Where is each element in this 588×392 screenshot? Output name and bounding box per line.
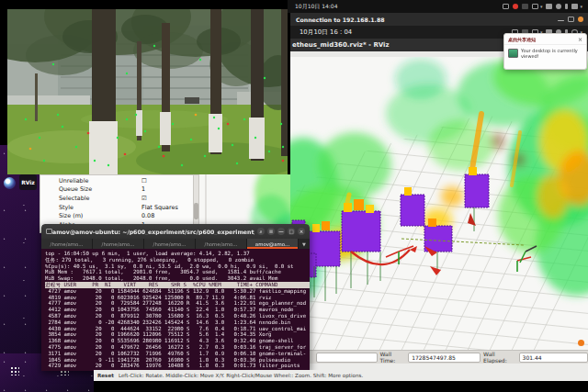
top-summary-line: 任务: 279 total, 3 running, 276 sleeping, … xyxy=(45,257,310,263)
notification-title: 桌面共享通知 xyxy=(508,37,536,42)
chevron-down-icon: ▾ xyxy=(540,4,543,9)
process-table-header: 进程号 USER PR NI VIRT RES SHR S %CPU %MEM … xyxy=(45,282,310,288)
terminal-tab[interactable]: /home/amo... xyxy=(41,239,93,249)
remmina-window-title: Connection to 192.168.1.88 xyxy=(296,17,385,23)
camera-image-panel xyxy=(7,9,288,174)
terminal-tab[interactable]: /home/amo... xyxy=(196,239,247,249)
process-row: 3854 amov 20 0 1966620 112096 75512 S 5.… xyxy=(45,331,310,338)
desktop-notification[interactable]: 桌面共享通知 × Your desktop is currently viewe… xyxy=(503,33,587,70)
notification-body: Your desktop is currently viewed! xyxy=(521,48,582,59)
desktop: RViz 10月10日 14:04 ▾ ▾ Connection to 192.… xyxy=(0,0,588,392)
ros-elapsed-field[interactable] xyxy=(316,353,378,363)
property-value[interactable]: 1 xyxy=(141,185,145,193)
microphone-icon[interactable] xyxy=(565,4,568,9)
network-icon[interactable] xyxy=(546,4,552,9)
top-summary-line: top - 16:04:50 up 6 min, 1 user, load av… xyxy=(45,251,310,257)
tab-list-chevron-icon[interactable]: ▼ xyxy=(299,239,310,249)
property-row[interactable]: Selectable ☑ xyxy=(40,194,198,203)
property-row[interactable]: Unreliable ☐ xyxy=(40,176,198,185)
property-value[interactable]: ☑ xyxy=(141,195,147,202)
property-label: Unreliable xyxy=(59,177,141,185)
process-row: 4729 amov 20 0 283476 19976 10408 S 1.0 … xyxy=(45,363,310,369)
remmina-window-titlebar[interactable]: Connection to 192.168.1.88 xyxy=(290,13,588,26)
property-label: Selectable xyxy=(59,195,141,202)
property-value[interactable]: ☐ xyxy=(141,177,147,185)
local-top-bar: 10月10日 14:04 ▾ ▾ xyxy=(288,0,588,13)
rviz-time-panel: Wall Time: 1728547497.85 Wall Elapsed: 3… xyxy=(290,350,588,364)
property-row[interactable]: Queue Size 1 xyxy=(40,185,198,195)
wall-time-label: Wall Time: xyxy=(380,351,406,364)
process-row: 4587 amov 20 0 879912 30780 15680 S 16.3… xyxy=(45,313,310,319)
stop-icon[interactable] xyxy=(522,4,528,9)
process-row: 2784 amov 0 -20 4268340 232426 145424 S … xyxy=(45,319,310,326)
rviz-dock-tile[interactable]: RViz xyxy=(19,174,37,190)
reset-button[interactable]: Reset xyxy=(97,373,114,378)
wall-elapsed-label: Wall Elapsed: xyxy=(483,351,516,364)
process-row: 3171 amov 20 0 1062732 71996 49760 S 1.7… xyxy=(45,351,310,357)
top-summary-line: MiB Mem : 7617.1 total, 2981.0 free, 305… xyxy=(45,269,310,275)
process-row: 4777 amov 20 0 729584 277248 16220 R 41.… xyxy=(45,300,310,307)
top-summary-line: %Cpu(s): 40.5 us, 3.1 sy, 0.0 ni, 53.5 i… xyxy=(45,263,310,270)
folder-icon xyxy=(46,229,52,234)
screen-share-icon xyxy=(508,49,518,58)
orange-indicator[interactable] xyxy=(578,340,584,346)
local-clock[interactable]: 10月10日 14:04 xyxy=(295,3,337,11)
property-value[interactable]: 0.08 xyxy=(141,212,154,219)
maximize-icon[interactable] xyxy=(568,17,574,22)
minimize-icon[interactable] xyxy=(558,20,564,21)
terminal-titlebar[interactable]: amov@amov-ubuntu: ~/p600_experiment/src/… xyxy=(41,224,310,239)
battery-icon[interactable] xyxy=(571,4,578,9)
rviz-local-statusbar: Reset Left-Click: Rotate. Middle-Click: … xyxy=(94,370,588,381)
terminal-content[interactable]: top - 16:04:50 up 6 min, 1 user, load av… xyxy=(41,249,310,371)
process-row: 4430 amov 20 0 444624 33152 22980 S 7.6 … xyxy=(45,326,310,332)
property-label: Queue Size xyxy=(59,185,141,193)
rviz-remote-3d-view[interactable] xyxy=(290,57,588,350)
close-icon[interactable]: × xyxy=(298,228,305,235)
property-row[interactable]: Size (m) 0.08 xyxy=(40,211,198,220)
close-icon[interactable] xyxy=(578,17,583,22)
search-icon[interactable]: ⌕ xyxy=(257,228,265,235)
wall-time-field[interactable]: 1728547497.85 xyxy=(408,353,481,363)
show-applications-icon[interactable] xyxy=(10,366,19,375)
terminal-window[interactable]: amov@amov-ubuntu: ~/p600_experiment/src/… xyxy=(41,224,310,371)
property-label: Style xyxy=(59,204,141,211)
process-row: 1368 amov 20 0 5535696 280980 116912 S 4… xyxy=(45,338,310,344)
maximize-icon[interactable]: □ xyxy=(288,228,295,235)
process-row: 4412 amov 20 0 1043756 74560 41140 S 22.… xyxy=(45,307,310,313)
statusbar-help-text: Left-Click: Rotate. Middle-Click: Move X… xyxy=(119,373,363,378)
remote-clock[interactable]: 10月10日 16：04 xyxy=(300,28,352,37)
process-row: 4775 amov 20 0 479672 26456 16272 S 2.7 … xyxy=(45,344,310,351)
menu-icon[interactable]: ≡ xyxy=(267,228,275,235)
close-icon[interactable]: × xyxy=(578,36,582,42)
minimize-icon[interactable]: — xyxy=(277,228,285,235)
input-source-icon[interactable] xyxy=(532,4,538,9)
terminal-tab[interactable]: amov@amo... xyxy=(247,239,299,249)
rviz-dock-label: RViz xyxy=(21,179,35,185)
wall-elapsed-field[interactable]: 301.44 xyxy=(519,353,588,363)
process-row: 4727 amov 20 0 1584944 624684 51196 S 13… xyxy=(45,288,310,295)
property-value[interactable]: Flat Squares xyxy=(141,204,178,211)
property-row[interactable]: Style Flat Squares xyxy=(40,203,198,212)
terminal-tab[interactable]: /home/amo... xyxy=(93,239,144,249)
point-cloud-scene xyxy=(290,57,588,350)
terminal-tab[interactable]: /home/amo... xyxy=(144,239,196,249)
process-row: 1045 amov 9 -11 1941728 20760 16980 S 1.… xyxy=(45,357,310,364)
display-icon[interactable] xyxy=(503,4,509,9)
camera-image xyxy=(7,9,288,174)
app-dock-icon[interactable] xyxy=(4,177,16,189)
rviz-remote-title: etheus_mid360.rviz* - RViz xyxy=(292,41,390,49)
terminal-title: amov@amov-ubuntu: ~/p600_experiment/src/… xyxy=(52,229,254,235)
volume-icon[interactable] xyxy=(556,4,561,9)
process-row: 4819 amov 20 0 6023016 925424 125000 R 8… xyxy=(45,295,310,301)
terminal-tabbar: /home/amo.../home/amo.../home/amo.../hom… xyxy=(41,239,310,249)
record-icon[interactable] xyxy=(513,4,518,9)
top-summary-line: MiB Swap: 2048.0 total, 2048.0 free, 0.0… xyxy=(45,275,310,282)
property-label: Size (m) xyxy=(59,212,141,219)
chevron-down-icon: ▾ xyxy=(580,4,582,9)
